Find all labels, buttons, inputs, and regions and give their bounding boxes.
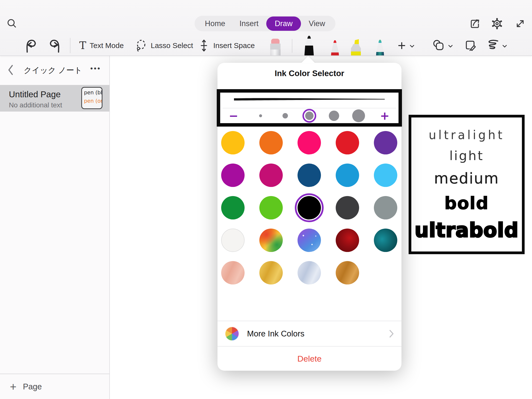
add-page-button[interactable]: + Page [0, 374, 109, 399]
lasso-icon [134, 39, 147, 52]
shapes-icon [432, 39, 446, 52]
pen-dropdown-button[interactable] [408, 42, 416, 50]
app-window: HomeInsertDrawView [0, 0, 532, 399]
page-list-item-selected[interactable]: Untitled Page No additional text pen (bl… [0, 85, 109, 112]
color-swatch-hot-pink[interactable] [298, 131, 321, 154]
stroke-weight-samples-annotation-box: ultralightlightmediumboldultrabold [409, 115, 525, 254]
sidebar-header: クイック ノート ••• [0, 56, 109, 85]
expand-icon [514, 18, 526, 30]
color-swatch-white[interactable] [221, 229, 245, 252]
insert-space-icon [198, 39, 210, 52]
chevron-down-icon [501, 43, 508, 49]
search-icon [6, 18, 17, 29]
color-swatch-cerulean[interactable] [336, 164, 359, 187]
delete-label: Delete [297, 354, 321, 364]
color-swatch-raspberry[interactable] [259, 164, 283, 187]
color-swatch-green[interactable] [221, 196, 245, 219]
color-swatch-navy-blue[interactable] [298, 164, 321, 187]
color-swatch-gold[interactable] [221, 131, 245, 154]
color-swatch-rose-gold-glitter[interactable] [221, 261, 245, 284]
text-mode-icon: T [79, 40, 86, 51]
color-swatch-orange[interactable] [259, 131, 283, 154]
stroke-size-option-5[interactable] [352, 109, 365, 122]
share-button[interactable] [468, 17, 481, 30]
notebook-title: クイック ノート [19, 65, 87, 76]
stroke-size-option-4[interactable] [329, 111, 339, 121]
color-wheel-icon [225, 327, 239, 341]
color-swatch-gray[interactable] [374, 196, 397, 219]
red-pen-tool[interactable] [330, 40, 340, 55]
insert-space-button[interactable]: Insert Space [198, 37, 255, 54]
pen-divider [292, 39, 292, 53]
stroke-width-preview [233, 95, 386, 103]
color-swatch-copper-glitter[interactable] [336, 261, 359, 284]
weight-sample-ultrabold: ultrabold [415, 220, 519, 240]
add-page-label: Page [23, 382, 42, 391]
redo-icon [48, 38, 61, 53]
delete-pen-button[interactable]: Delete [217, 346, 401, 371]
lasso-select-button[interactable]: Lasso Select [134, 37, 193, 54]
color-swatch-magenta[interactable] [221, 164, 245, 187]
weight-sample-medium: medium [434, 171, 499, 186]
black-pen-tool-selected[interactable] [303, 36, 315, 55]
ink-to-text-button[interactable] [463, 37, 478, 54]
color-swatch-purple[interactable] [374, 131, 397, 154]
more-options-button[interactable]: ••• [90, 64, 101, 73]
red-pen-icon [330, 40, 340, 55]
highlighter-tool[interactable] [349, 39, 363, 55]
chevron-down-icon [409, 43, 415, 49]
color-swatch-sky-blue[interactable] [374, 164, 397, 187]
color-swatch-lime-green[interactable] [259, 196, 283, 219]
ribbon-tab-bar: HomeInsertDrawView [195, 16, 335, 31]
add-pen-button[interactable]: + [396, 39, 408, 52]
shapes-button[interactable] [432, 37, 446, 54]
undo-button[interactable] [24, 37, 38, 54]
stroke-size-option-1[interactable] [259, 114, 262, 117]
color-swatch-charcoal[interactable] [336, 196, 359, 219]
color-swatch-gold-glitter[interactable] [259, 261, 283, 284]
stroke-width-section-annotation-box: −+ [217, 89, 402, 127]
tab-view[interactable]: View [302, 17, 332, 31]
text-mode-button[interactable]: T Text Mode [79, 37, 124, 54]
increase-size-button[interactable]: + [380, 110, 390, 121]
more-ink-colors-label: More Ink Colors [247, 329, 304, 338]
scribble-icon [485, 39, 500, 52]
thumbnail-line-2: pen (ora [84, 98, 102, 104]
tab-home[interactable]: Home [199, 17, 232, 31]
color-swatch-dark-red-marble[interactable] [336, 229, 359, 252]
tab-draw[interactable]: Draw [266, 17, 301, 31]
top-toolbar: HomeInsertDrawView [0, 0, 532, 56]
stroke-size-option-2[interactable] [283, 113, 288, 118]
text-mode-label: Text Mode [90, 41, 124, 50]
draw-dropdown-button[interactable] [501, 42, 508, 50]
chevron-left-icon [6, 64, 15, 76]
fullscreen-button[interactable] [514, 17, 527, 30]
decrease-size-button[interactable]: − [229, 110, 238, 121]
search-button[interactable] [6, 18, 18, 30]
plus-icon: + [398, 39, 406, 52]
free-draw-button[interactable] [485, 37, 500, 54]
ink-color-selector-popup: Ink Color Selector −+ More Ink Colors De… [217, 63, 401, 371]
redo-button[interactable] [47, 37, 62, 54]
color-swatch-red[interactable] [336, 131, 359, 154]
color-swatch-rainbow-glitter[interactable] [259, 229, 283, 252]
galaxy-pencil-tool[interactable] [374, 40, 386, 55]
color-swatch-silver-glitter[interactable] [298, 261, 321, 284]
shapes-dropdown-button[interactable] [447, 42, 454, 50]
chevron-right-icon [388, 329, 395, 339]
settings-button[interactable] [491, 17, 503, 30]
page-thumbnail: pen (bl pen (ora [81, 87, 102, 109]
thumbnail-line-1: pen (bl [84, 90, 102, 96]
stroke-size-option-3-selected[interactable] [305, 112, 314, 120]
toolbar-divider [70, 38, 70, 53]
black-pen-icon [303, 36, 315, 55]
page-title: Untitled Page [9, 89, 61, 99]
eraser-tool[interactable] [270, 39, 281, 55]
more-ink-colors-button[interactable]: More Ink Colors [217, 321, 401, 346]
color-swatch-galaxy[interactable] [298, 229, 321, 252]
tab-insert[interactable]: Insert [233, 17, 265, 31]
back-button[interactable] [6, 64, 15, 76]
color-swatch-teal-stone[interactable] [374, 229, 397, 252]
color-swatch-black[interactable] [298, 196, 321, 219]
weight-sample-bold: bold [444, 195, 489, 212]
